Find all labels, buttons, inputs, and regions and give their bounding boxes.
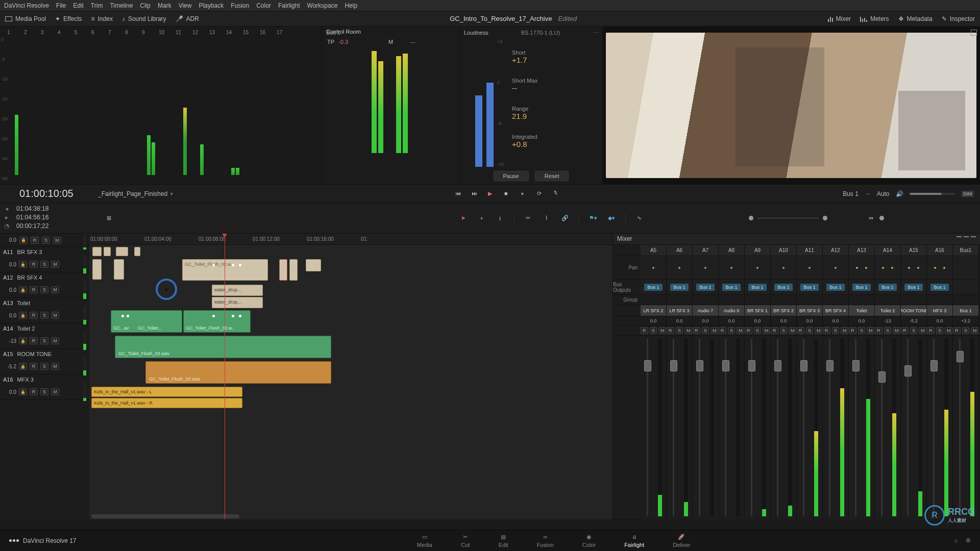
selection-tool-icon[interactable]: ➤	[459, 214, 468, 223]
home-icon[interactable]: ⌂	[954, 537, 958, 544]
mixer-strip[interactable]: A8Bus 1Audio 80.0RSM	[719, 245, 745, 519]
clip-audio[interactable]	[306, 259, 321, 271]
page-edit[interactable]: ▤Edit	[499, 533, 508, 548]
strip-db[interactable]: 0.0	[849, 316, 874, 325]
strip-db[interactable]: +3.2	[953, 316, 978, 325]
bus-output[interactable]: Bus 1	[693, 280, 718, 295]
lock-button[interactable]	[19, 337, 27, 344]
clip-audio[interactable]	[116, 247, 128, 256]
group-slot[interactable]	[719, 295, 744, 305]
fader[interactable]	[849, 336, 874, 519]
bus-output[interactable]: Bus 1	[849, 280, 874, 295]
s-button[interactable]: S	[780, 327, 788, 334]
s-button[interactable]: S	[858, 327, 866, 334]
tc-in[interactable]: 01:04:38:18	[16, 205, 48, 212]
mixer-strip[interactable]: Bus1Bus 1+3.2RSM	[953, 245, 979, 519]
strip-db[interactable]: 0.0	[693, 316, 718, 325]
mixer-strip[interactable]: A6Bus 1LR SFX 30.0RSM	[667, 245, 693, 519]
mixer-strip[interactable]: A12Bus 1BR SFX 40.0RSM	[823, 245, 849, 519]
s-button[interactable]: S	[676, 327, 683, 334]
r-button[interactable]: R	[745, 327, 752, 334]
loudness-standard[interactable]: BS.1770-1 (LU)	[521, 30, 560, 36]
strip-db[interactable]: -5.2	[901, 316, 926, 325]
r-button[interactable]: R	[30, 261, 38, 268]
bus-output[interactable]: Bus 1	[771, 280, 796, 295]
mixer-strip[interactable]: A16Bus 1MFX 30.0RSM	[927, 245, 953, 519]
fader[interactable]	[745, 336, 770, 519]
group-slot[interactable]	[667, 295, 692, 305]
pan-control[interactable]	[823, 256, 848, 280]
strip-db[interactable]: 0.0	[823, 316, 848, 325]
mixer-strip[interactable]: A15Bus 1ROOM TONE-5.2RSM	[901, 245, 927, 519]
group-slot[interactable]	[927, 295, 952, 305]
track-header[interactable]: A16MFX 30.0RSM	[0, 374, 89, 400]
lock-button[interactable]	[19, 388, 27, 395]
zoom-out-icon[interactable]	[749, 216, 753, 220]
pan-control[interactable]	[693, 256, 718, 280]
m-button[interactable]: M	[710, 327, 718, 334]
track-header[interactable]: A12BR SFX 40.0RSM	[0, 272, 89, 298]
mixer-strip[interactable]: A5Bus 1LR SFX 20.0RSM	[641, 245, 667, 519]
strip-db[interactable]: 0.0	[771, 316, 796, 325]
m-button[interactable]: M	[841, 327, 848, 334]
m-button[interactable]: M	[684, 327, 692, 334]
stop-icon[interactable]: ■	[504, 190, 511, 197]
strip-db[interactable]: 0.0	[927, 316, 952, 325]
m-button[interactable]: M	[658, 327, 666, 334]
s-button[interactable]: S	[702, 327, 709, 334]
metadata-toggle[interactable]: ❖Metadata	[898, 15, 933, 22]
loudness-pause-button[interactable]: Pause	[494, 171, 529, 181]
s-button[interactable]: S	[832, 327, 840, 334]
lock-button[interactable]	[19, 286, 27, 293]
menu-view[interactable]: View	[179, 2, 192, 9]
track-header[interactable]: A14Toilet 2-13RSM	[0, 323, 89, 349]
record-icon[interactable]: ●	[521, 190, 528, 197]
fader[interactable]	[641, 336, 666, 519]
clip-toilet-flush-02[interactable]: GC_Toilet_Flush_02.w..	[182, 259, 268, 281]
pan-control[interactable]	[953, 256, 978, 280]
menu-fusion[interactable]: Fusion	[231, 2, 249, 9]
automation-icon[interactable]: ✎	[552, 189, 561, 198]
bus-output[interactable]: Bus 1	[823, 280, 848, 295]
prev-clip-icon[interactable]: ⏮	[455, 190, 462, 197]
tc-duration[interactable]: 00:00:17;22	[16, 222, 48, 230]
fader[interactable]	[927, 336, 952, 519]
bus-output[interactable]: Bus 1	[719, 280, 744, 295]
m-button[interactable]: M	[763, 327, 770, 334]
flag-icon[interactable]: ⚑▾	[589, 214, 598, 223]
m-button[interactable]: M	[51, 388, 59, 395]
s-button[interactable]: S	[40, 286, 48, 293]
next-clip-icon[interactable]: ⏭	[472, 190, 479, 197]
menu-timeline[interactable]: Timeline	[110, 2, 133, 9]
mixer-toggle[interactable]: Mixer	[828, 15, 851, 22]
page-fusion[interactable]: ∞Fusion	[537, 533, 554, 548]
hzoom-dot[interactable]	[879, 216, 884, 220]
timeline-selector[interactable]: _Fairlight_Page_Finished ▾	[98, 190, 173, 197]
s-button[interactable]: S	[936, 327, 944, 334]
timeline-view-options-icon[interactable]: ⊞	[104, 214, 113, 223]
lock-button[interactable]	[19, 261, 27, 268]
monitor-source[interactable]: Bus 1	[843, 190, 859, 197]
group-slot[interactable]	[641, 295, 666, 305]
strip-db[interactable]: -13	[875, 316, 900, 325]
clip-audio[interactable]	[92, 247, 102, 256]
pan-control[interactable]	[641, 256, 666, 280]
strip-db[interactable]: 0.0	[719, 316, 744, 325]
transient-icon[interactable]: ∿	[635, 214, 644, 223]
menu-help[interactable]: Help	[345, 2, 357, 9]
effects-toggle[interactable]: ✦Effects	[55, 15, 82, 22]
s-button[interactable]: S	[42, 237, 50, 244]
r-button[interactable]: R	[693, 327, 700, 334]
edit-selection-tool-icon[interactable]: I	[496, 214, 505, 223]
fader[interactable]	[719, 336, 744, 519]
m-button[interactable]: M	[51, 312, 59, 319]
m-button[interactable]: M	[867, 327, 874, 334]
s-button[interactable]: S	[40, 388, 48, 395]
clip-audio[interactable]	[114, 259, 124, 280]
m-button[interactable]: M	[53, 237, 61, 244]
fader[interactable]	[823, 336, 848, 519]
play-icon[interactable]: ▶	[488, 190, 495, 197]
group-slot[interactable]	[875, 295, 900, 305]
r-button[interactable]: R	[927, 327, 935, 334]
pan-control[interactable]	[667, 256, 692, 280]
